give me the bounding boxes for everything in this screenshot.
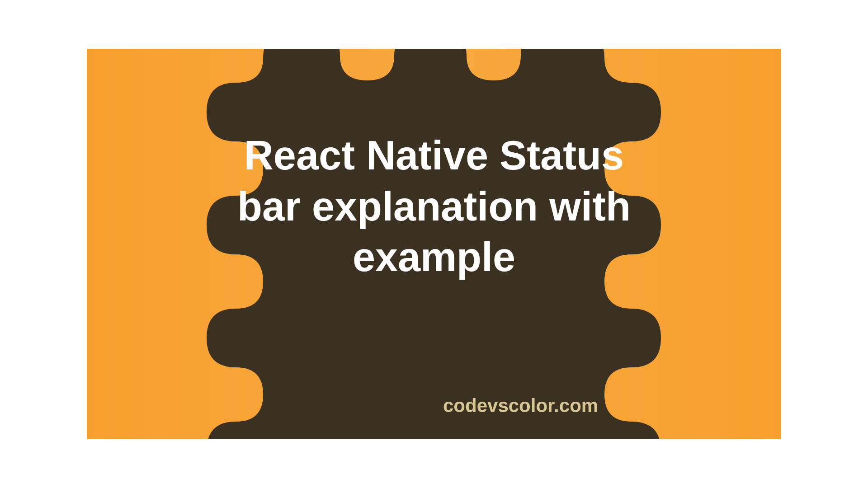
banner-card: React Native Status bar explanation with… — [87, 49, 781, 439]
site-credit: codevscolor.com — [443, 395, 598, 417]
banner-title: React Native Status bar explanation with… — [231, 130, 637, 283]
